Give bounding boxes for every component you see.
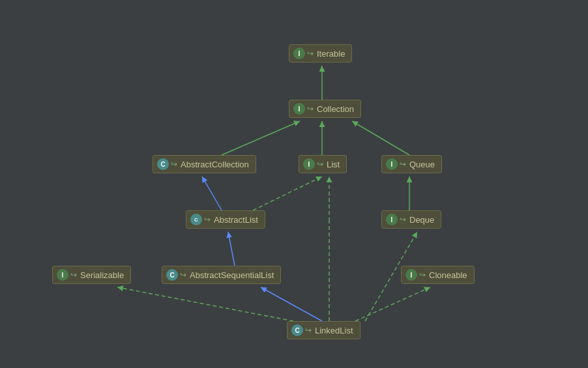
svg-line-10 [261, 287, 322, 321]
badge-collection: I [293, 103, 305, 115]
label-serializable: Serializable [80, 270, 124, 280]
svg-line-6 [202, 177, 222, 210]
link-icon-abstract-collection: ↪ [171, 160, 177, 169]
node-abstract-sequential-list[interactable]: C ↪ AbstractSequentialList [162, 266, 281, 284]
badge-iterable: I [293, 48, 305, 59]
node-iterable[interactable]: I ↪ Iterable [289, 44, 352, 63]
badge-abstract-sequential-list: C [166, 269, 178, 281]
node-deque[interactable]: I ↪ Deque [381, 210, 441, 229]
svg-line-12 [355, 287, 430, 321]
node-queue[interactable]: I ↪ Queue [381, 155, 442, 173]
label-list: List [327, 160, 340, 169]
label-abstract-collection: AbstractCollection [181, 160, 249, 169]
label-collection: Collection [317, 104, 354, 114]
link-icon-queue: ↪ [400, 160, 406, 169]
link-icon-iterable: ↪ [307, 49, 314, 58]
badge-abstract-collection: C [157, 158, 169, 170]
node-collection[interactable]: I ↪ Collection [289, 100, 361, 118]
link-icon-collection: ↪ [307, 104, 314, 113]
node-linked-list[interactable]: C ↪ LinkedList [287, 321, 360, 339]
link-icon-list: ↪ [317, 160, 323, 169]
node-list[interactable]: I ↪ List [299, 155, 347, 173]
link-icon-deque: ↪ [400, 215, 406, 224]
badge-deque: I [386, 214, 398, 225]
node-abstract-collection[interactable]: C ↪ AbstractCollection [153, 155, 256, 173]
svg-line-11 [117, 287, 293, 321]
label-abstract-list: AbstractList [214, 215, 258, 225]
label-iterable: Iterable [317, 49, 345, 59]
svg-line-7 [253, 177, 322, 210]
label-deque: Deque [409, 215, 434, 225]
label-linked-list: LinkedList [315, 326, 353, 335]
link-icon-abstract-list: ↪ [204, 215, 211, 224]
label-queue: Queue [409, 160, 435, 169]
link-icon-abstract-sequential-list: ↪ [180, 270, 186, 279]
badge-linked-list: C [291, 324, 303, 336]
diagram-container: I ↪ Iterable I ↪ Collection C ↪ Abstract… [0, 0, 588, 368]
svg-line-3 [222, 121, 300, 155]
badge-list: I [303, 158, 315, 170]
node-serializable[interactable]: I ↪ Serializable [52, 266, 131, 284]
node-abstract-list[interactable]: C ↪ AbstractList [186, 210, 265, 229]
link-icon-cloneable: ↪ [419, 270, 426, 279]
badge-cloneable: I [405, 269, 417, 281]
svg-line-9 [228, 232, 235, 266]
badge-serializable: I [57, 269, 68, 281]
node-cloneable[interactable]: I ↪ Cloneable [401, 266, 475, 284]
badge-queue: I [386, 158, 398, 170]
label-cloneable: Cloneable [429, 270, 467, 280]
svg-line-5 [352, 121, 409, 155]
link-icon-linked-list: ↪ [305, 326, 312, 335]
badge-abstract-list: C [190, 214, 202, 225]
label-abstract-sequential-list: AbstractSequentialList [190, 270, 274, 280]
link-icon-serializable: ↪ [70, 270, 77, 279]
